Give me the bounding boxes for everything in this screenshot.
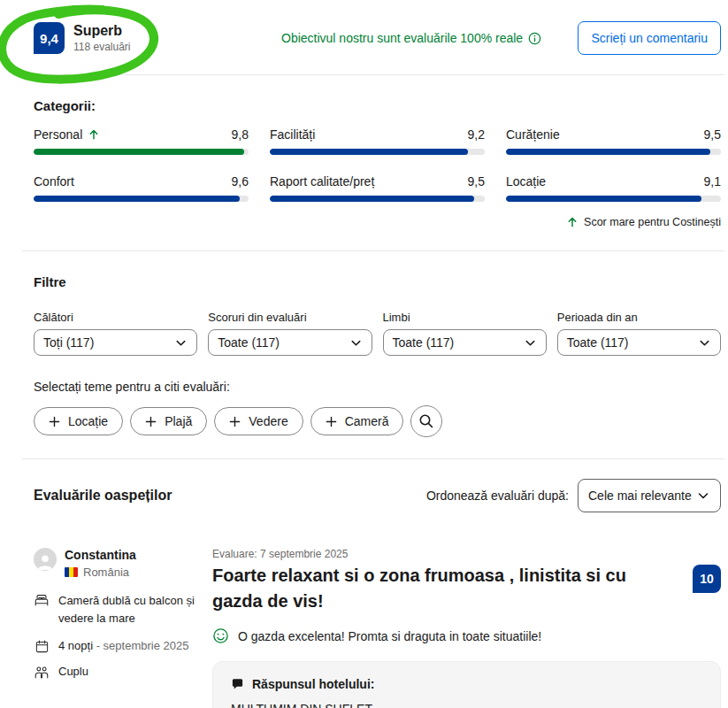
high-score-arrow-icon xyxy=(566,216,579,228)
category-facilities: Facilități 9,2 xyxy=(270,127,485,155)
sort-control: Ordonează evaluări după: Cele mai releva… xyxy=(426,479,721,512)
category-label: Facilități xyxy=(270,127,315,142)
select-value: Toate (117) xyxy=(393,335,455,350)
score-header: 9,4 Superb 118 evaluări Obiectivul nostr… xyxy=(0,0,728,55)
plus-icon xyxy=(49,416,60,427)
reviewer-panel: Constantina România Cameră dublă cu balc… xyxy=(34,548,203,708)
stay-info: 4 nopți - septembrie 2025 xyxy=(34,639,203,654)
overall-score-badge: 9,4 xyxy=(34,22,65,54)
review-content: Evaluare: 7 septembrie 2025 Foarte relax… xyxy=(212,548,721,708)
category-bar-fill-1 xyxy=(270,149,468,155)
chevron-down-icon xyxy=(524,336,537,350)
reviewer-name: Constantina xyxy=(65,548,136,562)
hotel-response-text: MULTUMIM DIN SUFLET xyxy=(231,702,702,708)
category-value: 9,5 xyxy=(468,174,485,189)
scores-select[interactable]: Toate (117) xyxy=(208,329,372,356)
positive-comment: O gazda excelenta! Promta si draguta in … xyxy=(212,627,721,644)
category-label: Personal xyxy=(34,127,82,142)
category-bar xyxy=(34,196,249,202)
category-bar-fill-4 xyxy=(270,196,474,202)
category-value: 9,2 xyxy=(468,127,485,142)
divider xyxy=(22,74,724,75)
couple-icon xyxy=(34,665,50,681)
review-date: Evaluare: 7 septembrie 2025 xyxy=(212,548,721,560)
room-info: Cameră dublă cu balcon și vedere la mare xyxy=(34,592,203,627)
category-bar xyxy=(506,149,721,155)
category-label: Curățenie xyxy=(506,127,560,142)
write-review-button[interactable]: Scrieți un comentariu xyxy=(578,21,721,55)
stay-nights: 4 nopți xyxy=(58,639,93,652)
category-label: Confort xyxy=(34,174,74,189)
footnote-text: Scor mare pentru Costinești xyxy=(584,216,721,228)
sort-select[interactable]: Cele mai relevante xyxy=(578,479,721,512)
review-card: Constantina România Cameră dublă cu balc… xyxy=(34,548,721,708)
hotel-response-box: Răspunsul hotelului: MULTUMIM DIN SUFLET xyxy=(212,661,721,708)
high-score-footnote: Scor mare pentru Costinești xyxy=(0,216,721,228)
chip-label: Vedere xyxy=(249,414,287,428)
chip-label: Plajă xyxy=(165,414,192,428)
category-label: Raport calitate/preț xyxy=(270,174,374,189)
topic-chips: Locație Plajă Vedere Cameră xyxy=(34,405,721,437)
filter-label: Perioada din an xyxy=(557,311,721,324)
category-cleanliness: Curățenie 9,5 xyxy=(506,127,721,155)
category-value: 9,5 xyxy=(704,127,721,142)
time-of-year-select[interactable]: Toate (117) xyxy=(557,329,721,356)
happy-face-icon xyxy=(212,627,229,644)
plus-icon xyxy=(326,416,337,427)
topic-chip-room[interactable]: Cameră xyxy=(310,407,404,435)
trust-note: Obiectivul nostru sunt evaluările 100% r… xyxy=(255,31,578,45)
chevron-down-icon xyxy=(349,336,363,350)
topic-chip-view[interactable]: Vedere xyxy=(214,407,303,435)
divider xyxy=(22,458,724,459)
stay-separator: - xyxy=(93,639,103,652)
select-value: Toți (117) xyxy=(43,335,94,350)
category-bar xyxy=(34,149,249,155)
search-topics-button[interactable] xyxy=(410,405,442,437)
category-bar xyxy=(506,196,721,202)
languages-select[interactable]: Toate (117) xyxy=(383,329,547,356)
plus-icon xyxy=(145,416,157,427)
room-name: Cameră dublă cu balcon și vedere la mare xyxy=(58,592,203,627)
chip-label: Cameră xyxy=(345,414,389,428)
category-value-for-money: Raport calitate/preț 9,5 xyxy=(270,174,485,202)
filter-label: Scoruri din evaluări xyxy=(208,311,372,324)
filters-section: Filtre Călători Toți (117) Scoruri din e… xyxy=(0,274,728,437)
divider xyxy=(22,250,724,251)
group-type: Cuplu xyxy=(58,665,88,678)
category-value: 9,1 xyxy=(704,174,721,189)
positive-comment-text: O gazda excelenta! Promta si draguta in … xyxy=(238,629,541,643)
reviews-count: 118 evaluări xyxy=(73,41,131,53)
calendar-icon xyxy=(34,639,50,654)
reviews-header: Evaluările oaspeților Ordonează evaluări… xyxy=(34,479,721,512)
high-score-arrow-icon xyxy=(88,128,100,141)
chip-label: Locație xyxy=(68,414,108,428)
review-title: Foarte relaxant si o zona frumoasa , lin… xyxy=(212,563,680,614)
filter-travelers: Călători Toți (117) xyxy=(34,311,197,356)
select-value: Toate (117) xyxy=(567,335,629,350)
topic-chip-beach[interactable]: Plajă xyxy=(130,407,207,435)
filters-heading: Filtre xyxy=(34,274,721,289)
category-value: 9,8 xyxy=(232,127,249,142)
category-bar-fill-0 xyxy=(34,149,244,155)
filter-languages: Limbi Toate (117) xyxy=(383,311,547,356)
reviews-heading: Evaluările oaspeților xyxy=(34,488,172,504)
category-bar-fill-5 xyxy=(506,196,701,202)
search-icon xyxy=(418,413,434,429)
category-bar-fill-2 xyxy=(506,149,710,155)
info-icon[interactable] xyxy=(528,32,541,45)
sort-value: Cele mai relevante xyxy=(588,489,692,503)
bed-icon xyxy=(34,592,50,608)
topic-chip-location[interactable]: Locație xyxy=(34,407,123,435)
group-info: Cuplu xyxy=(34,665,203,681)
stay-period: septembrie 2025 xyxy=(103,639,189,652)
category-location: Locație 9,1 xyxy=(506,174,721,202)
speech-bubble-icon xyxy=(231,678,244,691)
filter-time-of-year: Perioada din an Toate (117) xyxy=(557,311,721,356)
travelers-select[interactable]: Toți (117) xyxy=(34,329,197,356)
avatar xyxy=(34,548,57,571)
score-word: Superb xyxy=(73,23,131,39)
filter-label: Călători xyxy=(34,311,197,324)
reviews-page: 9,4 Superb 118 evaluări Obiectivul nostr… xyxy=(0,0,728,708)
topics-label: Selectați teme pentru a citi evaluări: xyxy=(34,380,721,394)
trust-note-text: Obiectivul nostru sunt evaluările 100% r… xyxy=(281,31,523,45)
